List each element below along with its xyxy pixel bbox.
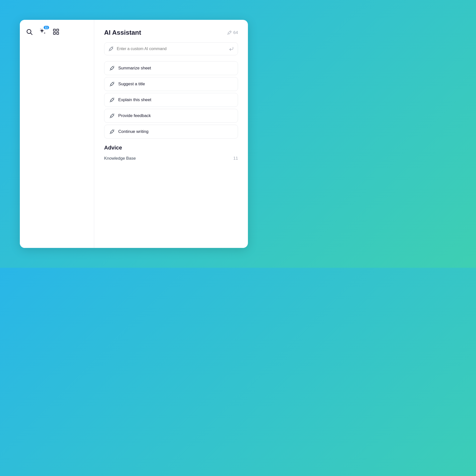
explain-wand-icon — [109, 97, 115, 103]
app-container: 11 AI Assistant — [20, 20, 248, 248]
summarize-sheet-button[interactable]: Summarize sheet — [104, 61, 238, 75]
ai-sparkle-icon[interactable]: 11 — [39, 28, 47, 37]
svg-line-8 — [114, 66, 114, 67]
command-wand-icon — [108, 46, 114, 52]
sidebar-icons: 11 — [26, 28, 88, 37]
notification-badge: 11 — [44, 26, 49, 29]
svg-line-7 — [112, 47, 113, 47]
continue-writing-button[interactable]: Continue writing — [104, 125, 238, 139]
svg-line-11 — [114, 114, 114, 114]
credits-display: 64 — [227, 30, 238, 35]
feedback-wand-icon — [109, 113, 115, 119]
knowledge-base-label: Knowledge Base — [104, 156, 136, 161]
panel-header: AI Assistant 64 — [104, 29, 238, 36]
grid-icon[interactable] — [53, 28, 60, 36]
svg-rect-3 — [57, 29, 59, 31]
svg-rect-5 — [57, 32, 59, 34]
suggest-title-button[interactable]: Suggest a title — [104, 77, 238, 91]
svg-line-12 — [114, 129, 114, 130]
panel-title: AI Assistant — [104, 29, 141, 36]
custom-command-input-wrap[interactable] — [104, 42, 238, 55]
summarize-wand-icon — [109, 65, 115, 71]
credits-count: 64 — [233, 30, 238, 35]
svg-rect-4 — [54, 32, 56, 34]
sidebar: 11 — [20, 20, 94, 248]
actions-list: Summarize sheet Suggest a title Explain … — [104, 61, 238, 139]
suggest-wand-icon — [109, 81, 115, 87]
provide-feedback-button[interactable]: Provide feedback — [104, 109, 238, 123]
advice-title: Advice — [104, 145, 238, 151]
credits-wand-icon — [227, 30, 232, 35]
continue-wand-icon — [109, 129, 115, 134]
explain-sheet-button[interactable]: Explain this sheet — [104, 93, 238, 107]
custom-command-field[interactable] — [117, 47, 226, 51]
svg-rect-2 — [54, 29, 56, 31]
svg-point-0 — [27, 30, 31, 33]
svg-line-1 — [31, 33, 32, 35]
knowledge-base-row[interactable]: Knowledge Base 11 — [104, 155, 238, 162]
search-icon[interactable] — [26, 28, 33, 36]
knowledge-base-count: 11 — [233, 156, 238, 161]
svg-line-10 — [114, 98, 114, 98]
advice-section: Advice Knowledge Base 11 — [104, 145, 238, 162]
svg-line-9 — [114, 82, 114, 83]
main-panel: AI Assistant 64 — [94, 20, 248, 248]
enter-icon — [229, 46, 234, 51]
